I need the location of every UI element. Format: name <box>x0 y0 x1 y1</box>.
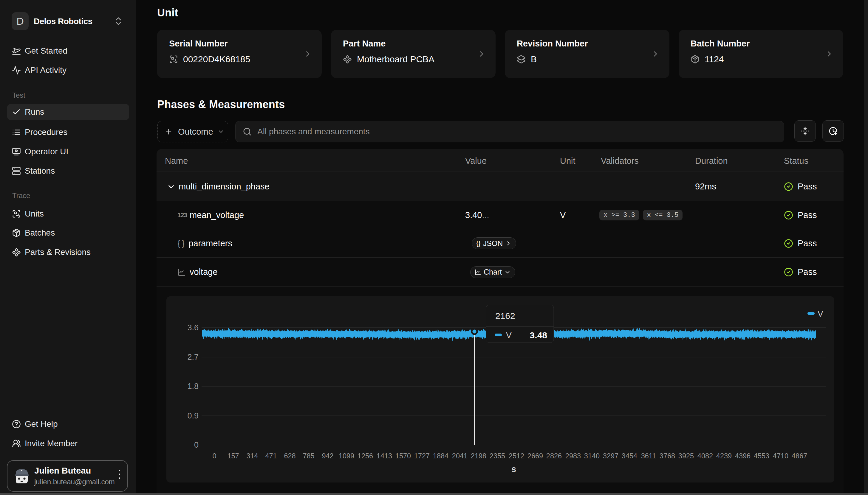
svg-text:1727: 1727 <box>414 452 430 460</box>
svg-text:1413: 1413 <box>377 452 392 460</box>
svg-text:471: 471 <box>265 452 277 460</box>
svg-text:3768: 3768 <box>659 452 675 460</box>
svg-text:785: 785 <box>302 452 314 460</box>
svg-text:3.48: 3.48 <box>530 330 547 340</box>
svg-text:0.9: 0.9 <box>187 411 199 420</box>
svg-text:V: V <box>506 330 512 340</box>
svg-text:1.8: 1.8 <box>187 382 199 391</box>
svg-text:4867: 4867 <box>792 452 807 460</box>
svg-text:2826: 2826 <box>546 452 562 460</box>
svg-text:3925: 3925 <box>678 452 694 460</box>
svg-text:2041: 2041 <box>452 452 468 460</box>
svg-text:3140: 3140 <box>584 452 600 460</box>
svg-text:4082: 4082 <box>698 452 713 460</box>
svg-text:1099: 1099 <box>339 452 354 460</box>
svg-text:2198: 2198 <box>471 452 486 460</box>
svg-text:2.7: 2.7 <box>187 353 199 362</box>
svg-text:1570: 1570 <box>395 452 411 460</box>
svg-text:3611: 3611 <box>641 452 656 460</box>
svg-text:1884: 1884 <box>433 452 448 460</box>
svg-text:4239: 4239 <box>716 452 732 460</box>
svg-text:2512: 2512 <box>509 452 524 460</box>
svg-text:2669: 2669 <box>527 452 543 460</box>
svg-text:s: s <box>511 464 516 474</box>
svg-text:314: 314 <box>246 452 258 460</box>
svg-text:628: 628 <box>284 452 295 460</box>
svg-text:3454: 3454 <box>622 452 637 460</box>
svg-text:4396: 4396 <box>735 452 751 460</box>
svg-text:V: V <box>818 309 823 319</box>
svg-text:0: 0 <box>194 441 199 449</box>
svg-text:2162: 2162 <box>495 311 515 321</box>
svg-text:3.6: 3.6 <box>187 323 199 332</box>
svg-text:2983: 2983 <box>566 452 581 460</box>
svg-text:4553: 4553 <box>754 452 769 460</box>
svg-text:157: 157 <box>227 452 239 460</box>
svg-text:0: 0 <box>212 452 216 460</box>
svg-text:2355: 2355 <box>490 452 505 460</box>
svg-text:4710: 4710 <box>773 452 788 460</box>
svg-text:1256: 1256 <box>358 452 373 460</box>
svg-text:942: 942 <box>322 452 333 460</box>
svg-text:3297: 3297 <box>603 452 619 460</box>
